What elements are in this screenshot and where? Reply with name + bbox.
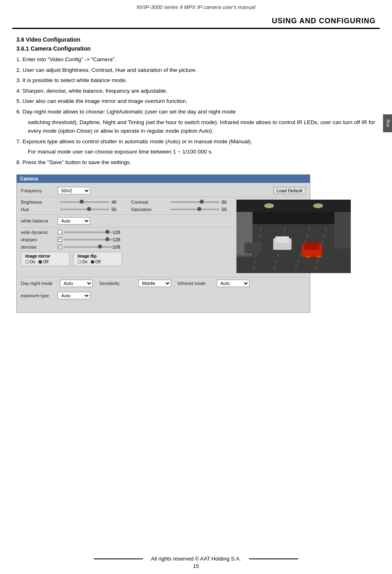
section-heading: 3.6 Video Configuration (16, 36, 376, 43)
header-title: NVIP-3000 series 4 MPX IP camera user's … (136, 4, 255, 10)
frequency-select[interactable]: 50HZ (58, 187, 90, 194)
divider-4 (21, 277, 306, 277)
cam-left-panel: Brightness 40 Contrast 60 (21, 200, 233, 274)
frequency-row: Frequency 50HZ Load Default (21, 187, 306, 194)
day-night-label: Day-night mode (21, 281, 58, 286)
cam-main-layout: Brightness 40 Contrast 60 (21, 200, 306, 274)
wide-dynamic-label: wide dynamic (21, 230, 58, 235)
white-balance-label: white balance (21, 218, 58, 223)
step-7: 7. Exposure type allows to control shutt… (16, 137, 376, 146)
hue-value: 55 (111, 207, 123, 212)
main-content: 3.6 Video Configuration 3.6.1 Camera Con… (0, 29, 392, 328)
cam-title-bar: Camera (17, 175, 310, 183)
divider-3 (21, 227, 233, 227)
step-7-indent: For manual mode user can choose exposure… (16, 147, 376, 156)
wide-dynamic-slider[interactable] (64, 231, 113, 233)
brightness-col: Brightness 40 (21, 200, 123, 205)
hue-slider[interactable] (60, 209, 109, 210)
cam-body: Frequency 50HZ Load Default Brightness (17, 183, 310, 312)
hue-saturation-row: Hue 55 Saturation 55 (21, 207, 233, 212)
svg-rect-10 (304, 243, 319, 250)
denoise-slider[interactable] (64, 246, 113, 248)
step-3: 3. It is possible to select white balanc… (16, 76, 376, 85)
contrast-col: Contrast 60 (131, 200, 233, 205)
cam-right-panel (236, 200, 351, 274)
white-balance-select[interactable]: Auto (58, 217, 90, 225)
saturation-col: Saturation 55 (131, 207, 233, 212)
exposure-label: exposure type (21, 293, 58, 298)
denoise-value: 108 (113, 245, 124, 249)
contrast-label: Contrast (131, 200, 168, 205)
svg-point-17 (264, 203, 274, 208)
step-6: 6. Day-night mode allows to choose: Ligh… (16, 107, 376, 116)
section-title-row: USING AND CONFIGURING (0, 13, 392, 28)
contrast-slider[interactable] (170, 201, 219, 203)
mirror-off-option[interactable]: Off (38, 260, 48, 264)
image-flip-label: Image flip (78, 254, 118, 258)
flip-off-radio[interactable] (91, 260, 94, 264)
image-flip-box: Image flip On Off (73, 252, 122, 266)
page-footer: All rights reserved © AAT Holding S.A. (0, 556, 392, 562)
contrast-value: 60 (222, 200, 233, 205)
sensitivity-select[interactable]: Middle (138, 280, 171, 287)
wide-dynamic-checkbox[interactable] (58, 230, 62, 234)
frequency-label: Frequency (21, 188, 58, 193)
svg-point-14 (305, 256, 310, 258)
image-mirror-box: Image mirror On Off (21, 252, 70, 266)
flip-off-label: Off (95, 260, 100, 264)
eng-label: eng (383, 114, 392, 132)
infrared-label: Infrared mode (178, 281, 214, 286)
sharpen-row: sharpen 128 (21, 237, 233, 242)
divider-2 (21, 214, 233, 215)
camera-screenshot: Camera Frequency 50HZ Load Default Brigh… (16, 174, 310, 313)
sharpen-label: sharpen (21, 237, 58, 242)
sensitivity-group: Sensitivity Middle (99, 280, 171, 287)
page-number: 15 (193, 563, 199, 569)
infrared-select[interactable]: Auto (217, 280, 249, 287)
flip-on-radio[interactable] (78, 260, 81, 264)
load-default-button[interactable]: Load Default (273, 187, 306, 194)
mirror-flip-row: Image mirror On Off (21, 252, 233, 266)
brightness-slider[interactable] (60, 201, 109, 203)
hue-label: Hue (21, 207, 58, 212)
infrared-group: Infrared mode Auto (178, 280, 249, 287)
sub-heading: 3.6.1 Camera Configuration (16, 45, 376, 52)
divider-1 (21, 197, 306, 197)
flip-off-option[interactable]: Off (91, 260, 100, 264)
section-title: USING AND CONFIGURING (272, 17, 376, 25)
svg-point-18 (313, 203, 323, 208)
sharpen-slider[interactable] (64, 239, 113, 240)
mirror-off-radio[interactable] (38, 260, 42, 264)
mirror-on-label: On (30, 260, 35, 264)
exposure-row: exposure type Auto (21, 292, 306, 299)
step-1: 1. Enter into "Video Config" -> "Camera"… (16, 55, 376, 64)
day-night-group: Day-night mode Auto (21, 280, 93, 287)
traffic-image (236, 200, 351, 273)
white-balance-row: white balance Auto (21, 217, 233, 225)
sharpen-checkbox[interactable] (58, 237, 62, 242)
step-6-indent: switching threshold), Daytime, Night and… (16, 118, 376, 136)
footer-text: All rights reserved © AAT Holding S.A. (151, 556, 241, 562)
sensitivity-label: Sensitivity (99, 281, 136, 286)
page-header: NVIP-3000 series 4 MPX IP camera user's … (0, 0, 392, 13)
svg-point-15 (316, 256, 321, 258)
saturation-value: 55 (222, 207, 233, 212)
day-night-select[interactable]: Auto (60, 280, 93, 287)
mirror-off-label: Off (43, 260, 48, 264)
wide-dynamic-row: wide dynamic 128 (21, 230, 233, 235)
denoise-checkbox[interactable] (58, 245, 62, 249)
flip-on-option[interactable]: On (78, 260, 87, 264)
exposure-select[interactable]: Auto (58, 292, 90, 299)
mirror-on-radio[interactable] (25, 260, 29, 264)
saturation-label: Saturation (131, 207, 168, 212)
saturation-slider[interactable] (170, 209, 219, 210)
brightness-value: 40 (111, 200, 123, 205)
mirror-radio-row: On Off (25, 260, 65, 264)
flip-radio-row: On Off (78, 260, 118, 264)
svg-rect-16 (236, 200, 351, 212)
sharpen-value: 128 (113, 237, 124, 242)
mirror-on-option[interactable]: On (25, 260, 35, 264)
step-4: 4. Sharpen, denoise, white balance, freq… (16, 87, 376, 96)
flip-on-label: On (82, 260, 87, 264)
svg-rect-13 (245, 243, 262, 254)
